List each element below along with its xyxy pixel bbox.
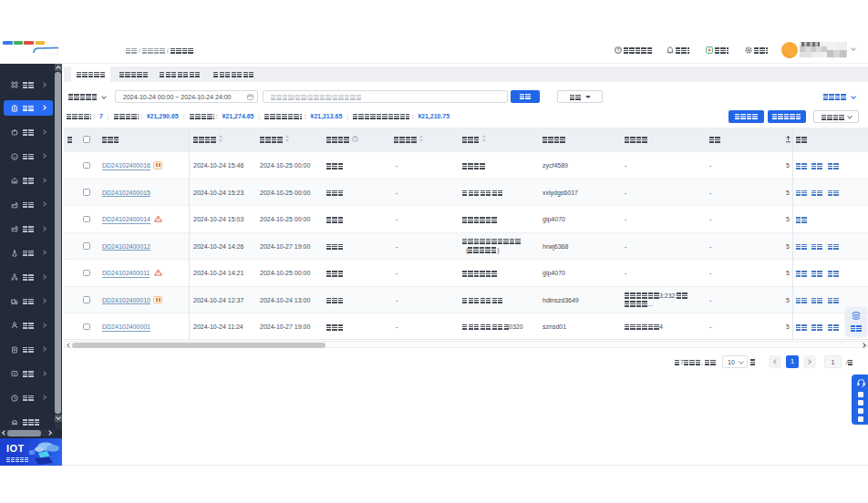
svg-text:?: ? bbox=[354, 137, 356, 141]
svg-text:?: ? bbox=[617, 47, 620, 53]
